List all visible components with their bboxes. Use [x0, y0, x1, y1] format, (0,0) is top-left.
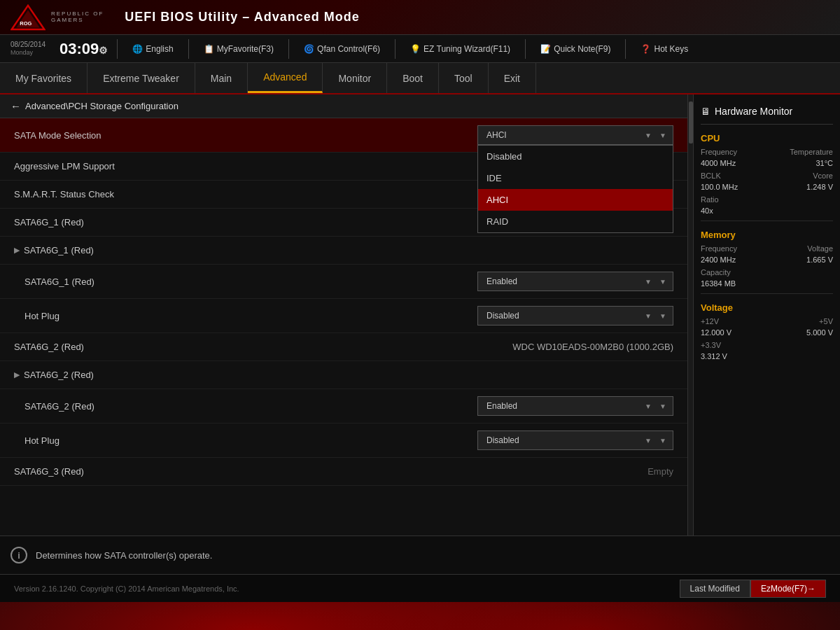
cpu-frequency-value-row: 4000 MHz 31°C — [701, 159, 833, 167]
clipboard-icon: 📋 — [204, 44, 214, 54]
sata6g2-group-label: SATA6G_2 (Red) — [24, 370, 673, 380]
breadcrumb: ← Advanced\PCH Storage Configuration — [0, 94, 687, 118]
dropdown-item-ahci[interactable]: AHCI — [478, 189, 673, 211]
dropdown-arrow-sata6g1e: ▼ — [645, 278, 652, 286]
mem-voltage-value: 1.665 V — [806, 255, 833, 264]
v12-value-row: 12.000 V 5.000 V — [701, 328, 833, 337]
lightbulb-icon: 💡 — [410, 44, 421, 54]
dropdown-arrow-hotplug1: ▼ — [645, 312, 652, 320]
hotplug1-select[interactable]: Disabled ▼ — [477, 306, 673, 326]
note-icon: 📝 — [540, 44, 551, 54]
voltage-section: Voltage +12V +5V 12.000 V 5.000 V +3.3V … — [701, 302, 833, 360]
tab-boot[interactable]: Boot — [387, 63, 439, 93]
toolbar-myfavorite[interactable]: 📋 MyFavorite(F3) — [198, 41, 279, 57]
v33-label: +3.3V — [701, 341, 721, 349]
tab-my-favorites[interactable]: My Favorites — [0, 63, 88, 93]
dropdown-item-raid[interactable]: RAID — [478, 211, 673, 232]
cpu-frequency-value: 4000 MHz — [701, 159, 736, 167]
setting-row-hotplug1[interactable]: Hot Plug Disabled ▼ — [0, 299, 687, 333]
hotplug1-label: Hot Plug — [24, 311, 477, 321]
v5-label: +5V — [819, 317, 833, 326]
datetime: 08/25/2014 Monday — [10, 41, 46, 57]
setting-row-hotplug2[interactable]: Hot Plug Disabled ▼ — [0, 424, 687, 458]
toolbar-divider-2 — [188, 39, 189, 59]
scrollbar-thumb[interactable] — [689, 102, 693, 144]
sata-mode-select-wrapper[interactable]: AHCI ▼ Disabled IDE AHCI RAID — [477, 125, 673, 145]
toolbar-ez-tuning[interactable]: 💡 EZ Tuning Wizard(F11) — [405, 41, 516, 57]
toolbar-divider-6 — [625, 39, 626, 59]
fan-icon: 🌀 — [304, 44, 314, 54]
dropdown-item-ide[interactable]: IDE — [478, 167, 673, 189]
sata-mode-dropdown[interactable]: Disabled IDE AHCI RAID — [477, 145, 673, 233]
tab-main[interactable]: Main — [195, 63, 248, 93]
toolbar-language[interactable]: 🌐 English — [127, 41, 178, 57]
mem-capacity-row: Capacity — [701, 268, 833, 276]
hotplug2-select[interactable]: Disabled ▼ — [477, 430, 673, 450]
v12-label: +12V — [701, 317, 719, 326]
cpu-ratio-label: Ratio — [701, 195, 719, 204]
nav-tabs: My Favorites Extreme Tweaker Main Advanc… — [0, 63, 840, 94]
info-bar: i Determines how SATA controller(s) oper… — [0, 536, 840, 574]
v33-value-row: 3.312 V — [701, 352, 833, 360]
main-layout: ← Advanced\PCH Storage Configuration SAT… — [0, 94, 840, 536]
toolbar-quick-note[interactable]: 📝 Quick Note(F9) — [535, 41, 616, 57]
hw-divider-2 — [701, 293, 833, 294]
dropdown-arrow: ▼ — [645, 132, 652, 139]
sata6g2-enable-label: SATA6G_2 (Red) — [24, 401, 477, 412]
sata6g1-enable-select-wrapper[interactable]: Enabled ▼ — [477, 272, 673, 291]
toolbar-qfan[interactable]: 🌀 Qfan Control(F6) — [298, 41, 386, 57]
voltage-section-title: Voltage — [701, 302, 833, 313]
sata6g1-enable-select[interactable]: Enabled ▼ — [477, 272, 673, 291]
footer-version: Version 2.16.1240. Copyright (C) 2014 Am… — [14, 584, 239, 593]
setting-row-sata6g2-group[interactable]: ▶ SATA6G_2 (Red) — [0, 361, 687, 389]
tab-extreme-tweaker[interactable]: Extreme Tweaker — [88, 63, 195, 93]
sata6g2-enable-select-wrapper[interactable]: Enabled ▼ — [477, 396, 673, 416]
cpu-bclk-row: BCLK Vcore — [701, 172, 833, 180]
settings-icon[interactable]: ⚙ — [99, 45, 108, 56]
dropdown-item-disabled[interactable]: Disabled — [478, 146, 673, 167]
toolbar-hot-keys[interactable]: ❓ Hot Keys — [635, 41, 694, 57]
v33-row: +3.3V — [701, 341, 833, 349]
footer-right: Last Modified EzMode(F7)→ — [680, 580, 826, 598]
setting-row-sata-mode[interactable]: SATA Mode Selection AHCI ▼ Disabled IDE … — [0, 118, 687, 153]
setting-row-sata6g2-info: SATA6G_2 (Red) WDC WD10EADS-00M2B0 (1000… — [0, 333, 687, 361]
cpu-section-title: CPU — [701, 133, 833, 144]
setting-row-sata6g3-info: SATA6G_3 (Red) Empty — [0, 458, 687, 486]
tab-monitor[interactable]: Monitor — [323, 63, 387, 93]
date-display: 08/25/2014 — [10, 41, 46, 49]
globe-icon: 🌐 — [132, 44, 143, 54]
sata6g2-enable-select[interactable]: Enabled ▼ — [477, 396, 673, 416]
hardware-monitor-title: 🖥 Hardware Monitor — [701, 102, 833, 125]
hotplug1-select-wrapper[interactable]: Disabled ▼ — [477, 306, 673, 326]
header-title: UEFI BIOS Utility – Advanced Mode — [125, 10, 359, 24]
tab-exit[interactable]: Exit — [489, 63, 536, 93]
setting-row-sata6g2-enable[interactable]: SATA6G_2 (Red) Enabled ▼ — [0, 389, 687, 424]
info-icon: i — [10, 547, 27, 564]
footer: Version 2.16.1240. Copyright (C) 2014 Am… — [0, 574, 840, 602]
cpu-vcore-value: 1.248 V — [806, 183, 833, 191]
sata6g1-enable-label: SATA6G_1 (Red) — [24, 276, 477, 287]
setting-row-sata6g1-group[interactable]: ▶ SATA6G_1 (Red) — [0, 237, 687, 265]
tab-tool[interactable]: Tool — [439, 63, 489, 93]
hotplug2-select-wrapper[interactable]: Disabled ▼ — [477, 430, 673, 450]
back-arrow[interactable]: ← — [10, 100, 21, 112]
ez-mode-button[interactable]: EzMode(F7)→ — [750, 580, 826, 598]
cpu-ratio-value-row: 40x — [701, 206, 833, 215]
day-display: Monday — [10, 49, 46, 57]
setting-row-sata6g1-enable[interactable]: SATA6G_1 (Red) Enabled ▼ — [0, 265, 687, 299]
mem-capacity-value-row: 16384 MB — [701, 279, 833, 288]
toolbar-divider — [117, 39, 118, 59]
time-display: 03:09⚙ — [59, 41, 108, 57]
scrollbar-track[interactable] — [687, 94, 693, 536]
memory-section-title: Memory — [701, 230, 833, 240]
header: ROG REPUBLIC OF GAMERS UEFI BIOS Utility… — [0, 0, 840, 35]
sata6g3-info-value: Empty — [648, 466, 673, 477]
cpu-frequency-label: Frequency — [701, 148, 737, 156]
cpu-temperature-value: 31°C — [816, 159, 833, 167]
last-modified-button[interactable]: Last Modified — [680, 580, 750, 598]
toolbar-divider-4 — [395, 39, 396, 59]
toolbar-divider-5 — [525, 39, 526, 59]
tab-advanced[interactable]: Advanced — [248, 63, 323, 93]
v12-value: 12.000 V — [701, 328, 732, 337]
sata-mode-select[interactable]: AHCI ▼ — [477, 125, 673, 145]
